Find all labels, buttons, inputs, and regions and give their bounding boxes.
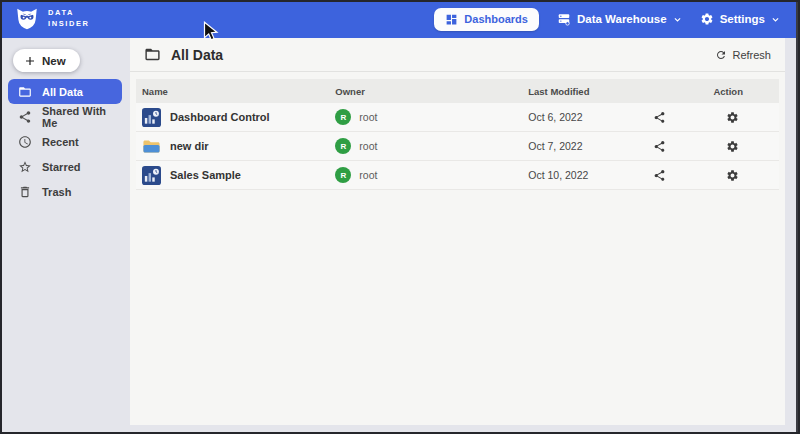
- refresh-label: Refresh: [732, 49, 771, 61]
- app-window: DATA INSIDER Dashboards: [0, 0, 800, 434]
- brand-logo: DATA INSIDER: [14, 6, 90, 32]
- chevron-down-icon: [771, 15, 780, 24]
- sidebar-items: All Data Shared With Me Recent Starred: [0, 79, 130, 204]
- data-warehouse-label: Data Warehouse: [577, 13, 667, 25]
- table-row[interactable]: Sales Sample R root Oct 10, 2022: [136, 161, 779, 190]
- trash-icon: [18, 185, 32, 199]
- sidebar-item-label: Shared With Me: [42, 105, 122, 129]
- owner-name: root: [359, 111, 377, 123]
- sidebar: New All Data Shared With Me Recent: [0, 38, 130, 434]
- refresh-button[interactable]: Refresh: [715, 49, 771, 61]
- star-icon: [18, 160, 32, 174]
- table-row[interactable]: new dir R root Oct 7, 2022: [136, 132, 779, 161]
- new-button-label: New: [42, 55, 66, 67]
- settings-menu[interactable]: Settings: [700, 12, 780, 26]
- last-modified-date: Oct 7, 2022: [528, 140, 650, 152]
- owner-avatar: R: [335, 109, 351, 125]
- gear-icon[interactable]: [726, 111, 739, 124]
- main-content: All Data Refresh Name Owner Last Modifie…: [130, 38, 785, 425]
- sidebar-item-shared-with-me[interactable]: Shared With Me: [8, 104, 122, 129]
- file-name: Dashboard Control: [170, 111, 270, 123]
- folder-icon: [18, 85, 32, 99]
- dashboard-tile-icon: [142, 166, 161, 185]
- sidebar-item-label: Recent: [42, 136, 79, 148]
- settings-label: Settings: [720, 13, 765, 25]
- gear-icon[interactable]: [726, 140, 739, 153]
- dashboard-tile-icon: [142, 108, 161, 127]
- refresh-icon: [715, 49, 727, 61]
- database-icon: [557, 12, 571, 26]
- owner-name: root: [359, 140, 377, 152]
- share-icon[interactable]: [653, 140, 666, 153]
- new-button[interactable]: New: [13, 49, 80, 72]
- sidebar-item-label: Starred: [42, 161, 81, 173]
- top-navigation-bar: DATA INSIDER Dashboards: [0, 0, 800, 38]
- chevron-down-icon: [673, 15, 682, 24]
- file-name: Sales Sample: [170, 169, 241, 181]
- share-icon[interactable]: [653, 111, 666, 124]
- files-table: Name Owner Last Modified Action: [136, 79, 779, 190]
- column-header-last-modified: Last Modified: [528, 86, 650, 97]
- owl-logo-icon: [14, 6, 40, 32]
- content-header: All Data Refresh: [130, 38, 785, 72]
- topbar-actions: Dashboards Data Warehouse: [434, 8, 780, 31]
- sidebar-item-starred[interactable]: Starred: [8, 154, 122, 179]
- last-modified-date: Oct 10, 2022: [528, 169, 650, 181]
- owner-name: root: [359, 169, 377, 181]
- dashboard-grid-icon: [445, 13, 458, 26]
- sidebar-item-label: Trash: [42, 186, 71, 198]
- column-header-name: Name: [136, 86, 335, 97]
- table-row[interactable]: Dashboard Control R root Oct 6, 2022: [136, 103, 779, 132]
- gear-icon: [700, 12, 714, 26]
- sidebar-item-all-data[interactable]: All Data: [8, 79, 122, 104]
- folder-tile-icon: [142, 137, 161, 156]
- plus-icon: [24, 55, 36, 67]
- owner-avatar: R: [335, 167, 351, 183]
- gear-icon[interactable]: [726, 169, 739, 182]
- dashboards-label: Dashboards: [464, 13, 528, 25]
- last-modified-date: Oct 6, 2022: [528, 111, 650, 123]
- share-icon[interactable]: [653, 169, 666, 182]
- sidebar-item-trash[interactable]: Trash: [8, 179, 122, 204]
- column-header-action: Action: [650, 86, 779, 97]
- share-icon: [18, 110, 32, 124]
- sidebar-item-label: All Data: [42, 86, 83, 98]
- brand-name: DATA INSIDER: [48, 8, 90, 30]
- table-header-row: Name Owner Last Modified Action: [136, 79, 779, 103]
- data-warehouse-menu[interactable]: Data Warehouse: [557, 12, 682, 26]
- sidebar-item-recent[interactable]: Recent: [8, 129, 122, 154]
- column-header-owner: Owner: [335, 86, 528, 97]
- clock-icon: [18, 135, 32, 149]
- page-title: All Data: [171, 47, 223, 63]
- dashboards-button[interactable]: Dashboards: [434, 8, 539, 31]
- owner-avatar: R: [335, 138, 351, 154]
- folder-icon: [144, 46, 161, 63]
- file-name: new dir: [170, 140, 209, 152]
